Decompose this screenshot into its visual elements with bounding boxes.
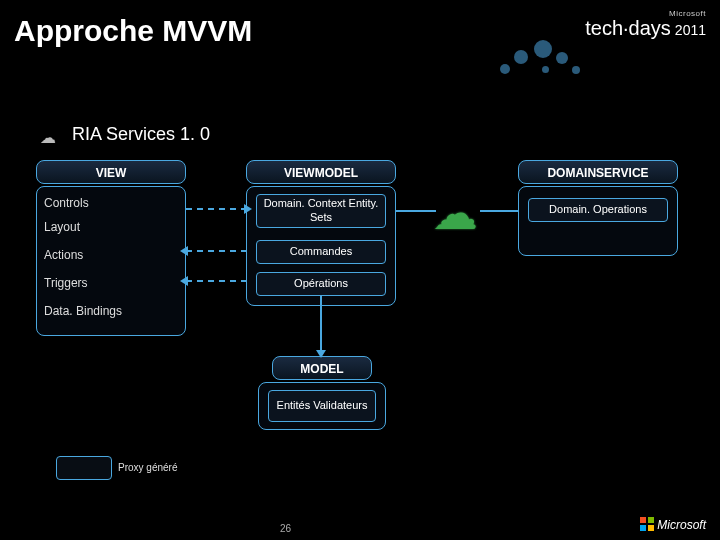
- slide-subtitle: RIA Services 1. 0: [72, 124, 210, 145]
- view-item-controls: Controls: [44, 196, 89, 210]
- arrow-head-icon: [180, 276, 188, 286]
- microsoft-flag-icon: [640, 517, 654, 531]
- decorative-dots: [490, 30, 610, 80]
- view-item-triggers: Triggers: [44, 276, 88, 290]
- arrow-cloud-to-ds: [480, 210, 518, 212]
- model-header: MODEL: [272, 356, 372, 380]
- arrow-commandes-to-actions: [186, 250, 246, 252]
- view-header: VIEW: [36, 160, 186, 184]
- cloud-icon: ☁: [432, 190, 478, 236]
- cloud-bullet-icon: ☁: [40, 128, 56, 147]
- arrow-head-icon: [316, 350, 326, 358]
- domainservice-header: DOMAINSERVICE: [518, 160, 678, 184]
- svg-rect-2: [640, 525, 646, 531]
- view-item-actions: Actions: [44, 248, 83, 262]
- arrow-operations-to-model: [320, 296, 322, 352]
- model-entities: Entités Validateurs: [268, 390, 376, 422]
- arrow-head-icon: [180, 246, 188, 256]
- legend-proxy-swatch: [56, 456, 112, 480]
- svg-rect-0: [640, 517, 646, 523]
- viewmodel-domaincontext: Domain. Context Entity. Sets: [256, 194, 386, 228]
- svg-rect-3: [648, 525, 654, 531]
- footer-brand: Microsoft: [640, 517, 706, 532]
- arrow-operations-to-triggers: [186, 280, 246, 282]
- domainservice-operations: Domain. Operations: [528, 198, 668, 222]
- arrow-head-icon: [244, 204, 252, 214]
- svg-rect-1: [648, 517, 654, 523]
- viewmodel-header: VIEWMODEL: [246, 160, 396, 184]
- arrow-controls-to-domaincontext: [186, 208, 246, 210]
- slide-number: 26: [280, 523, 291, 534]
- arrow-vm-to-cloud: [396, 210, 436, 212]
- diagram-canvas: VIEW Controls Layout Actions Triggers Da…: [0, 160, 720, 490]
- view-item-layout: Layout: [44, 220, 80, 234]
- footer-brand-text: Microsoft: [657, 518, 706, 532]
- slide-title: Approche MVVM: [14, 14, 252, 48]
- view-item-databindings: Data. Bindings: [44, 304, 122, 318]
- logo-year: 2011: [675, 23, 706, 37]
- legend-proxy-label: Proxy généré: [118, 462, 177, 473]
- viewmodel-commandes: Commandes: [256, 240, 386, 264]
- viewmodel-operations: Opérations: [256, 272, 386, 296]
